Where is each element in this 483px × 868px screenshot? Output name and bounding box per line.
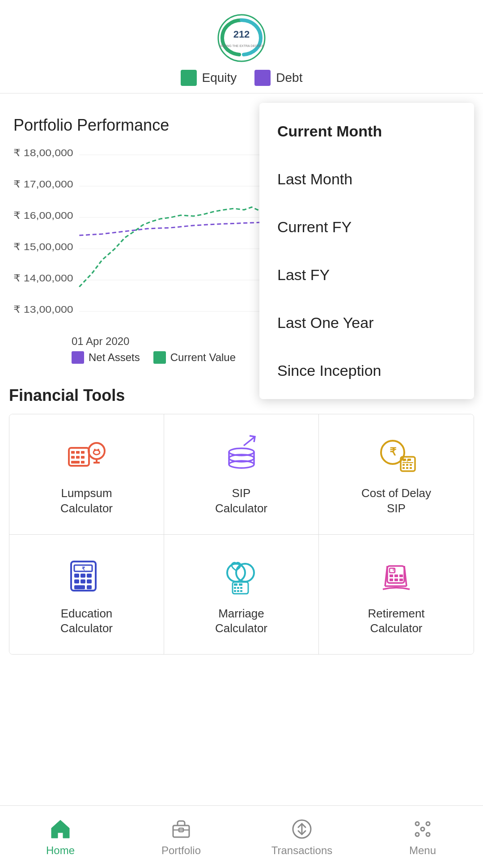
current-value-swatch	[153, 351, 166, 364]
svg-rect-55	[74, 579, 79, 583]
svg-rect-57	[87, 579, 92, 583]
dropdown-item-current-month[interactable]: Current Month	[259, 107, 474, 155]
svg-rect-23	[81, 461, 85, 464]
svg-text:×: ×	[403, 458, 406, 463]
svg-rect-67	[237, 587, 239, 589]
net-assets-legend: Net Assets	[72, 351, 140, 364]
debt-label: Debt	[276, 71, 302, 85]
app-logo: 212 MAKING THE EXTRA DEGREE	[217, 13, 266, 63]
nav-menu-label: Menu	[409, 844, 436, 857]
svg-text:₹ 16,00,000: ₹ 16,00,000	[13, 210, 73, 221]
svg-rect-19	[71, 456, 75, 459]
svg-rect-42	[402, 464, 405, 466]
education-tool[interactable]: ₹ EducationCalculator	[9, 535, 164, 655]
retirement-icon: ₹	[374, 553, 419, 597]
svg-text:₹ 13,00,000: ₹ 13,00,000	[13, 304, 73, 315]
svg-rect-66	[234, 587, 236, 589]
svg-rect-75	[394, 574, 398, 577]
svg-rect-78	[394, 579, 398, 581]
portfolio-icon	[169, 817, 193, 841]
svg-rect-64	[234, 583, 237, 586]
dropdown-item-last-one-year[interactable]: Last One Year	[259, 299, 474, 347]
equity-legend: Equity	[181, 70, 237, 86]
net-assets-label: Net Assets	[89, 351, 140, 364]
current-value-label: Current Value	[170, 351, 236, 364]
debt-legend: Debt	[254, 70, 302, 86]
app-header: 212 MAKING THE EXTRA DEGREE Equity Debt	[0, 0, 483, 102]
svg-point-27	[93, 450, 100, 455]
svg-text:212: 212	[233, 29, 250, 40]
current-value-legend: Current Value	[153, 351, 236, 364]
svg-text:MAKING THE EXTRA DEGREE: MAKING THE EXTRA DEGREE	[219, 44, 264, 47]
marriage-icon	[219, 553, 264, 597]
svg-text:₹ 15,00,000: ₹ 15,00,000	[13, 241, 73, 252]
nav-home-label: Home	[46, 844, 75, 857]
marriage-label: MarriageCalculator	[215, 606, 267, 637]
dropdown-item-last-fy[interactable]: Last FY	[259, 251, 474, 299]
transactions-icon	[290, 817, 314, 841]
lumpsum-tool[interactable]: LumpsumCalculator	[9, 414, 164, 535]
marriage-tool[interactable]: MarriageCalculator	[164, 535, 319, 655]
dropdown-item-last-month[interactable]: Last Month	[259, 155, 474, 203]
svg-rect-20	[76, 456, 80, 459]
education-icon: ₹	[64, 553, 109, 597]
svg-rect-79	[399, 579, 403, 581]
svg-point-89	[415, 822, 419, 825]
svg-rect-17	[76, 451, 80, 454]
bottom-navigation: Home Portfolio Transactions Menu	[0, 805, 483, 868]
svg-text:₹ 18,00,000: ₹ 18,00,000	[13, 147, 73, 158]
dropdown-item-since-inception[interactable]: Since Inception	[259, 347, 474, 395]
svg-point-93	[421, 827, 424, 831]
svg-text:+: +	[406, 459, 409, 464]
education-label: EducationCalculator	[60, 606, 113, 637]
sip-icon	[219, 432, 264, 477]
svg-point-90	[426, 822, 430, 825]
financial-tools-section: Financial Tools	[0, 373, 483, 664]
nav-portfolio[interactable]: Portfolio	[121, 817, 242, 857]
svg-rect-70	[237, 590, 239, 592]
svg-rect-59	[87, 585, 92, 589]
svg-rect-65	[239, 583, 242, 586]
equity-label: Equity	[202, 71, 237, 85]
svg-rect-68	[240, 587, 242, 589]
svg-rect-22	[71, 461, 80, 464]
chart-legend-row: Equity Debt	[0, 70, 483, 94]
svg-line-82	[404, 566, 407, 586]
nav-transactions-label: Transactions	[271, 844, 333, 857]
nav-portfolio-label: Portfolio	[161, 844, 201, 857]
tools-grid: LumpsumCalculator SIPCalculator	[9, 414, 474, 655]
svg-line-81	[385, 566, 387, 586]
svg-rect-77	[390, 579, 393, 581]
svg-text:₹: ₹	[392, 568, 395, 573]
svg-rect-76	[399, 574, 403, 577]
home-icon	[49, 817, 72, 841]
lumpsum-label: LumpsumCalculator	[60, 486, 113, 516]
svg-text:₹: ₹	[390, 446, 397, 458]
nav-home[interactable]: Home	[0, 817, 121, 857]
svg-point-91	[415, 833, 419, 836]
dropdown-item-current-fy[interactable]: Current FY	[259, 203, 474, 251]
nav-transactions[interactable]: Transactions	[242, 817, 362, 857]
sip-tool[interactable]: SIPCalculator	[164, 414, 319, 535]
svg-point-24	[89, 443, 105, 459]
svg-line-35	[244, 437, 255, 446]
menu-icon	[411, 817, 434, 841]
svg-text:₹ 14,00,000: ₹ 14,00,000	[13, 272, 73, 283]
equity-swatch	[181, 70, 197, 86]
svg-rect-21	[81, 456, 85, 459]
svg-rect-16	[71, 451, 75, 454]
svg-rect-54	[87, 574, 92, 578]
cost-delay-sip-label: Cost of DelaySIP	[361, 486, 431, 516]
retirement-label: RetirementCalculator	[368, 606, 424, 637]
svg-rect-44	[410, 464, 412, 466]
svg-rect-47	[410, 467, 412, 469]
debt-swatch	[254, 70, 271, 86]
lumpsum-icon	[64, 432, 109, 477]
cost-delay-sip-tool[interactable]: ₹ + × Cost of DelaySIP	[319, 414, 474, 535]
nav-menu[interactable]: Menu	[362, 817, 483, 857]
svg-rect-43	[406, 464, 408, 466]
svg-rect-69	[234, 590, 236, 592]
svg-text:₹: ₹	[81, 566, 85, 571]
retirement-tool[interactable]: ₹ RetirementCalculator	[319, 535, 474, 655]
svg-rect-58	[74, 585, 85, 589]
